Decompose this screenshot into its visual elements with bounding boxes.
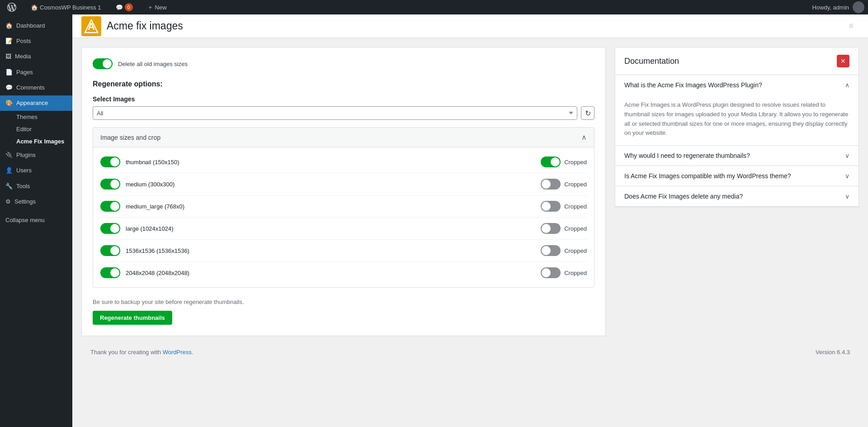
sidebar-subitem-themes[interactable]: Themes (0, 111, 72, 123)
delete-images-row: Delete all old images sizes (93, 58, 594, 69)
sidebar-item-tools[interactable]: 🔧 Tools (0, 179, 72, 194)
1536-toggle[interactable] (100, 245, 120, 256)
sidebar-item-settings[interactable]: ⚙ Settings (0, 194, 72, 209)
faq-question-label: Does Acme Fix Images delete any media? (624, 193, 743, 200)
thumbnail-crop-toggle[interactable] (541, 157, 561, 167)
large-label: large (1024x1024) (120, 225, 541, 232)
footer-text: Thank you for creating with WordPress. (90, 349, 193, 356)
faq-question-delete-media[interactable]: Does Acme Fix Images delete any media? ∨ (615, 186, 859, 206)
table-row: 2048x2048 (2048x2048) Cropped (100, 262, 587, 284)
main-panel: Delete all old images sizes Regenerate o… (81, 47, 606, 336)
1536-crop-label: Cropped (564, 247, 587, 254)
plugin-logo: A (81, 16, 101, 36)
table-row: thumbnail (150x150) Cropped (100, 151, 587, 173)
user-avatar (853, 1, 864, 13)
sidebar-item-comments[interactable]: 💬 Comments (0, 80, 72, 95)
dashboard-label: Dashboard (16, 22, 45, 30)
2048-crop-toggle[interactable] (541, 267, 561, 278)
collapse-menu-button[interactable]: Collapse menu (0, 213, 72, 227)
plus-icon: ＋ (147, 3, 153, 11)
new-label: New (155, 4, 167, 11)
delete-images-toggle[interactable] (93, 58, 113, 69)
themes-label: Themes (16, 114, 38, 120)
posts-label: Posts (16, 37, 31, 45)
main-content: A Acme fix images ≡ Delete all old image… (72, 14, 868, 427)
medium-crop-toggle[interactable] (541, 179, 561, 190)
sidebar-subitem-editor[interactable]: Editor (0, 123, 72, 135)
faq-item-what-is: What is the Acme Fix Images WordPress Pl… (615, 75, 859, 146)
howdy-text: Howdy, admin (812, 4, 849, 11)
comments-label: Comments (16, 84, 45, 92)
select-images-label: Select Images (93, 95, 594, 103)
2048-toggle[interactable] (100, 267, 120, 278)
settings-label: Settings (14, 198, 36, 206)
image-sizes-chevron-icon: ∧ (581, 133, 587, 142)
sidebar-subitem-acme-fix-images[interactable]: Acme Fix Images (0, 135, 72, 147)
svg-text:A: A (88, 21, 95, 32)
image-sizes-header[interactable]: Image sizes and crop ∧ (93, 128, 594, 147)
delete-images-label: Delete all old images sizes (118, 61, 188, 67)
appearance-label: Appearance (16, 99, 48, 107)
sidebar-item-appearance[interactable]: 🎨 Appearance (0, 95, 72, 111)
plugins-icon: 🔌 (5, 151, 13, 159)
faq-question-what-is[interactable]: What is the Acme Fix Images WordPress Pl… (615, 75, 859, 95)
plugins-label: Plugins (16, 151, 36, 159)
table-row: large (1024x1024) Cropped (100, 218, 587, 240)
regenerate-thumbnails-button[interactable]: Regenerate thumbnails (93, 311, 172, 325)
house-icon: 🏠 (31, 4, 38, 11)
faq-question-label: What is the Acme Fix Images WordPress Pl… (624, 81, 762, 89)
medium-large-crop-row: Cropped (541, 201, 587, 212)
table-row: medium_large (768x0) Cropped (100, 195, 587, 218)
tools-label: Tools (16, 182, 30, 190)
medium-toggle[interactable] (100, 179, 120, 190)
thumbnail-label: thumbnail (150x150) (120, 159, 541, 166)
comments-button[interactable]: 💬 0 (112, 0, 137, 14)
admin-bar: 🏠 CosmosWP Business 1 💬 0 ＋ New Howdy, a… (0, 0, 868, 14)
2048-label: 2048x2048 (2048x2048) (120, 270, 541, 276)
sidebar-item-pages[interactable]: 📄 Pages (0, 65, 72, 80)
doc-header: Documentation ✕ (615, 47, 859, 75)
select-images-dropdown[interactable]: All (93, 106, 577, 120)
faq-question-label: Is Acme Fix Images compatible with my Wo… (624, 172, 791, 180)
regenerate-section-title: Regenerate options: (93, 80, 594, 88)
sidebar-item-plugins[interactable]: 🔌 Plugins (0, 147, 72, 163)
site-name-button[interactable]: 🏠 CosmosWP Business 1 (27, 0, 105, 14)
table-row: medium (300x300) Cropped (100, 173, 587, 195)
sidebar-item-dashboard[interactable]: 🏠 Dashboard (0, 18, 72, 33)
faq-question-why-regenerate[interactable]: Why would I need to regenerate thumbnail… (615, 146, 859, 166)
appearance-icon: 🎨 (5, 99, 13, 107)
wp-logo-button[interactable] (4, 0, 20, 14)
large-toggle[interactable] (100, 223, 120, 234)
version-text: Version 6.4.3 (816, 349, 850, 356)
close-doc-button[interactable]: ✕ (837, 55, 849, 67)
image-sizes-box: Image sizes and crop ∧ thumbnail (150x15… (93, 127, 594, 288)
1536-crop-toggle[interactable] (541, 245, 561, 256)
large-crop-toggle[interactable] (541, 223, 561, 234)
media-icon: 🖼 (5, 52, 11, 61)
faq-item-compatible: Is Acme Fix Images compatible with my Wo… (615, 166, 859, 186)
acme-fix-images-label: Acme Fix Images (16, 138, 64, 145)
sidebar-item-media[interactable]: 🖼 Media (0, 49, 72, 64)
admin-menu: 🏠 Dashboard 📝 Posts 🖼 Media 📄 Pages 💬 Co… (0, 14, 72, 427)
faq-answer-what-is: Acme Fix Images is a WordPress plugin de… (615, 95, 859, 145)
sidebar-item-posts[interactable]: 📝 Posts (0, 33, 72, 49)
thumbnail-toggle[interactable] (100, 157, 120, 167)
refresh-button[interactable]: ↻ (581, 106, 594, 120)
menu-toggle-icon[interactable]: ≡ (843, 21, 859, 31)
large-crop-row: Cropped (541, 223, 587, 234)
wordpress-link[interactable]: WordPress. (163, 349, 193, 356)
new-content-button[interactable]: ＋ New (144, 0, 170, 14)
close-icon: ✕ (840, 57, 846, 65)
media-label: Media (15, 52, 31, 61)
settings-icon: ⚙ (5, 198, 11, 206)
users-icon: 👤 (5, 166, 13, 175)
site-name-label: CosmosWP Business 1 (40, 4, 101, 11)
medium-large-toggle[interactable] (100, 201, 120, 212)
medium-large-crop-toggle[interactable] (541, 201, 561, 212)
sidebar-item-users[interactable]: 👤 Users (0, 163, 72, 178)
page-header: A Acme fix images ≡ (72, 14, 868, 38)
refresh-icon: ↻ (585, 109, 591, 118)
faq-question-compatible[interactable]: Is Acme Fix Images compatible with my Wo… (615, 166, 859, 186)
comment-count-badge: 0 (125, 3, 133, 11)
users-label: Users (16, 166, 32, 175)
